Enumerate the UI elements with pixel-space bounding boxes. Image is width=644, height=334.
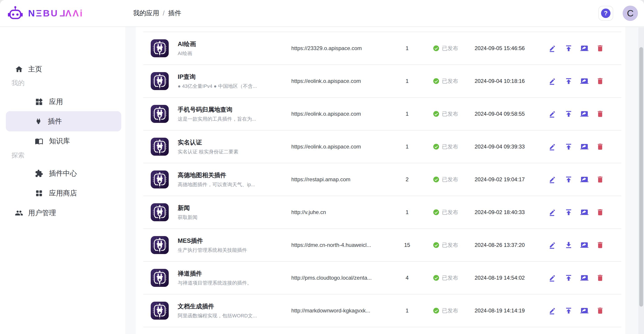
trash-icon [596, 307, 604, 315]
sidebar-item-label: 知识库 [49, 136, 70, 146]
download-button[interactable] [564, 241, 573, 249]
breadcrumb-separator: / [163, 10, 164, 17]
breadcrumb-parent[interactable]: 我的应用 [133, 9, 159, 18]
delete-button[interactable] [596, 44, 604, 52]
screen-share-icon [580, 77, 588, 85]
sidebar-item-plugins[interactable]: 插件 [35, 115, 62, 128]
trash-icon [596, 77, 604, 85]
publish-button[interactable] [564, 77, 573, 85]
plugin-url: http://v.juhe.cn [291, 209, 398, 215]
plugin-name-cell: 文档生成插件 阿里函数编程实现，包括WORD文... [178, 302, 291, 319]
plugin-updated-at: 2024-08-26 13:37:20 [474, 242, 549, 248]
plugin-row[interactable]: MES插件 生产执行管理系统相关技能插件 https://dme.cn-nort… [143, 229, 621, 262]
screen-share-button[interactable] [580, 241, 588, 249]
plugin-row[interactable]: 高德地图相关插件 高德地图插件，可以查询天气、ip... https://res… [143, 163, 621, 196]
edit-button[interactable] [549, 175, 557, 183]
publish-button[interactable] [564, 208, 573, 216]
plugin-row[interactable]: IP查询 ● 43亿全量IPv4 ● 中国地区（不含... https://eo… [143, 65, 621, 98]
plugin-description: ● 43亿全量IPv4 ● 中国地区（不含... [178, 83, 291, 90]
publish-button[interactable] [564, 274, 573, 282]
breadcrumb: 我的应用 / 插件 [133, 9, 181, 18]
row-actions [549, 175, 621, 183]
screen-share-icon [580, 175, 588, 183]
plugin-name-cell: 新闻 获取新闻 [178, 204, 291, 221]
avatar[interactable]: C [623, 5, 638, 21]
delete-button[interactable] [596, 175, 604, 183]
publish-button[interactable] [564, 143, 573, 151]
delete-button[interactable] [596, 274, 604, 282]
row-actions [549, 274, 621, 282]
screen-share-button[interactable] [580, 44, 588, 52]
edit-button[interactable] [549, 307, 557, 315]
puzzle-icon [35, 169, 43, 178]
edit-button[interactable] [549, 110, 557, 118]
sidebar-item-plugin-center[interactable]: 插件中心 [35, 167, 77, 180]
edit-button[interactable] [549, 44, 557, 52]
pencil-icon [549, 241, 557, 249]
sidebar-item-knowledge[interactable]: 知识库 [35, 135, 70, 147]
help-button[interactable]: ? [598, 6, 613, 21]
delete-button[interactable] [596, 110, 604, 118]
plugin-count: 1 [398, 308, 416, 314]
upload-icon [564, 110, 573, 118]
delete-button[interactable] [596, 143, 604, 151]
sidebar-item-apps[interactable]: 应用 [35, 95, 63, 108]
scrollbar-thumb[interactable] [639, 47, 643, 307]
screen-share-button[interactable] [580, 274, 588, 282]
sidebar-item-app-store[interactable]: 应用商店 [35, 187, 77, 199]
edit-button[interactable] [549, 274, 557, 282]
plugin-name: AI绘画 [178, 40, 291, 48]
sidebar-item-label: 用户管理 [28, 208, 56, 218]
plugin-status-cell: 已发布 [416, 110, 474, 118]
plugin-row[interactable]: AI绘画 AI绘画 https://23329.o.apispace.com 1… [143, 32, 621, 65]
screen-share-button[interactable] [580, 110, 588, 118]
screen-share-button[interactable] [580, 77, 588, 85]
edit-button[interactable] [549, 143, 557, 151]
screen-share-button[interactable] [580, 307, 588, 315]
plugin-name: 手机号码归属地查询 [178, 106, 291, 114]
pencil-icon [549, 44, 557, 52]
status-badge: 已发布 [442, 110, 458, 118]
edit-button[interactable] [549, 77, 557, 85]
pencil-icon [549, 175, 557, 183]
plugin-count: 1 [398, 209, 416, 215]
edit-button[interactable] [549, 241, 557, 249]
plugin-row[interactable]: 手机号码归属地查询 这是一款实用的工具插件，旨在为... https://eol… [143, 98, 621, 131]
pencil-icon [549, 77, 557, 85]
publish-button[interactable] [564, 175, 573, 183]
screen-share-button[interactable] [580, 208, 588, 216]
robot-logo-icon [8, 5, 23, 21]
plugin-row[interactable]: 文档生成插件 阿里函数编程实现，包括WORD文... http://markdo… [143, 295, 621, 327]
plugin-row[interactable]: 禅道插件 与禅道项目管理系统连接的插件。 http://pms.cloudtog… [143, 262, 621, 295]
check-circle-icon [433, 275, 439, 281]
delete-button[interactable] [596, 208, 604, 216]
plugin-status-cell: 已发布 [416, 45, 474, 52]
screen-share-button[interactable] [580, 175, 588, 183]
delete-button[interactable] [596, 307, 604, 315]
plugin-row[interactable]: 新闻 获取新闻 http://v.juhe.cn 1 已发布 2024-09-0… [143, 196, 621, 229]
check-circle-icon [433, 78, 439, 84]
screen-share-icon [580, 307, 588, 315]
plugin-url: http://pms.cloudtogo.local/zenta... [291, 275, 398, 281]
sidebar-item-home[interactable]: 主页 [15, 63, 42, 75]
publish-button[interactable] [564, 307, 573, 315]
plugin-row[interactable]: 实名认证 实名认证 核实身份证二要素 https://eolink.o.apis… [143, 131, 621, 163]
delete-button[interactable] [596, 77, 604, 85]
check-circle-icon [433, 242, 439, 248]
delete-button[interactable] [596, 241, 604, 249]
screen-share-button[interactable] [580, 143, 588, 151]
row-actions [549, 77, 621, 85]
publish-button[interactable] [564, 110, 573, 118]
edit-button[interactable] [549, 208, 557, 216]
plugin-description: 获取新闻 [178, 214, 291, 221]
plugin-description: 实名认证 核实身份证二要素 [178, 149, 291, 155]
sidebar-item-user-management[interactable]: 用户管理 [15, 207, 56, 219]
scrollbar-track[interactable] [638, 27, 644, 334]
row-actions [549, 143, 621, 151]
plugin-tile-icon [151, 138, 169, 156]
publish-button[interactable] [564, 44, 573, 52]
plugin-status-cell: 已发布 [416, 209, 474, 216]
plugin-count: 1 [398, 45, 416, 51]
brand-logo[interactable]: NΞBULΛΛi [8, 5, 84, 21]
sidebar-item-label: 应用 [49, 97, 63, 107]
